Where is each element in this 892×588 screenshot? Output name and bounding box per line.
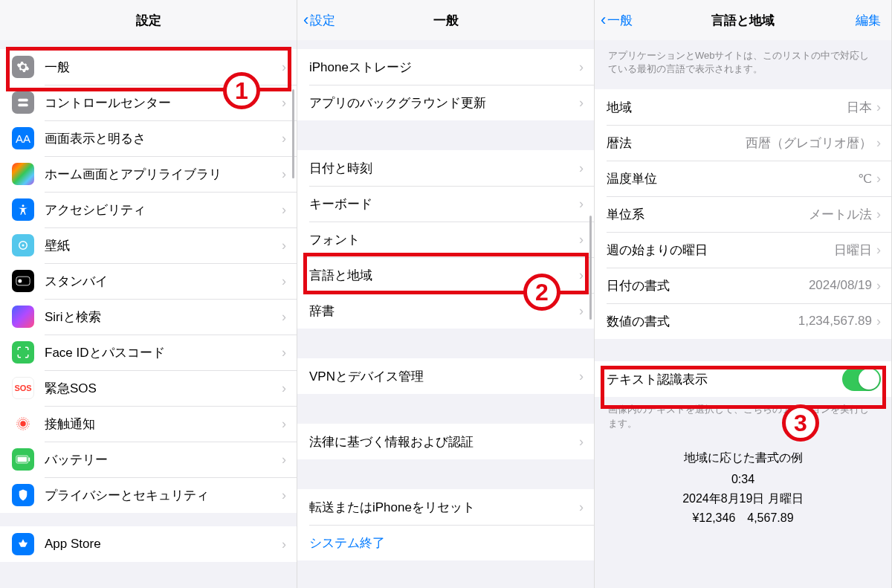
scroll-indicator[interactable] (589, 216, 592, 320)
row-accessibility[interactable]: アクセシビリティ › (0, 192, 297, 227)
row-control-center[interactable]: コントロールセンター › (0, 85, 297, 120)
row-display[interactable]: AA 画面表示と明るさ › (0, 120, 297, 156)
chevron-right-icon: › (579, 59, 584, 75)
edit-button[interactable]: 編集 (856, 12, 881, 29)
svg-rect-1 (18, 104, 28, 107)
row-label: 地域 (607, 99, 847, 116)
chevron-right-icon: › (282, 345, 286, 361)
chevron-right-icon: › (282, 167, 286, 182)
row-appstore[interactable]: App Store › (0, 526, 297, 562)
row-home[interactable]: ホーム画面とアプリライブラリ › (0, 156, 297, 192)
row-language-region[interactable]: 言語と地域 › (297, 257, 594, 293)
row-bg-refresh[interactable]: アプリのバックグラウンド更新 › (297, 85, 594, 120)
row-temperature[interactable]: 温度単位 ℃ › (595, 161, 891, 196)
row-firstday[interactable]: 週の始まりの曜日 日曜日 › (595, 232, 891, 268)
siri-icon (12, 306, 34, 328)
row-label: アクセシビリティ (45, 201, 282, 219)
chevron-right-icon: › (876, 314, 881, 329)
row-label: コントロールセンター (45, 94, 282, 112)
language-note: アプリケーションとWebサイトは、このリストの中で対応している最初の言語で表示さ… (595, 40, 891, 82)
row-label: Siriと検索 (45, 308, 282, 326)
row-dictionary[interactable]: 辞書 › (297, 293, 594, 329)
row-fonts[interactable]: フォント › (297, 222, 594, 257)
row-label: VPNとデバイス管理 (309, 368, 579, 385)
row-dateformat[interactable]: 日付の書式 2024/08/19 › (595, 268, 891, 303)
row-label: フォント (309, 231, 579, 248)
hand-icon (12, 484, 34, 506)
row-vpn[interactable]: VPNとデバイス管理 › (297, 358, 594, 394)
chevron-right-icon: › (282, 202, 286, 218)
row-label: 辞書 (309, 303, 579, 320)
row-sos[interactable]: SOS 緊急SOS › (0, 370, 297, 406)
row-faceid[interactable]: Face IDとパスコード › (0, 335, 297, 370)
chevron-right-icon: › (282, 95, 286, 111)
row-value: ℃ (858, 171, 872, 187)
back-button[interactable]: ‹ 設定 (303, 12, 335, 29)
battery-icon (12, 448, 34, 471)
row-numberformat[interactable]: 数値の書式 1,234,567.89 › (595, 303, 891, 339)
row-standby[interactable]: スタンバイ › (0, 263, 297, 299)
chevron-right-icon: › (282, 452, 286, 468)
row-general[interactable]: 一般 › (0, 49, 297, 85)
row-storage[interactable]: iPhoneストレージ › (297, 49, 594, 85)
row-label: 法律に基づく情報および認証 (309, 433, 579, 450)
row-transfer-reset[interactable]: 転送またはiPhoneをリセット › (297, 489, 594, 525)
chevron-right-icon: › (282, 381, 286, 396)
row-shutdown[interactable]: システム終了 (297, 525, 594, 560)
row-label: 日付と時刻 (309, 160, 579, 177)
chevron-right-icon: › (282, 131, 286, 146)
chevron-right-icon: › (579, 369, 584, 384)
row-legal[interactable]: 法律に基づく情報および認証 › (297, 424, 594, 459)
nav-title: 一般 (433, 12, 459, 29)
back-label: 設定 (310, 12, 335, 29)
row-label: プライバシーとセキュリティ (45, 487, 282, 504)
row-label: 日付の書式 (607, 277, 809, 294)
chevron-right-icon: › (282, 537, 286, 552)
back-label: 一般 (607, 12, 633, 29)
row-measurement[interactable]: 単位系 メートル法 › (595, 196, 891, 232)
chevron-right-icon: › (282, 59, 286, 75)
chevron-right-icon: › (579, 434, 584, 450)
chevron-right-icon: › (876, 171, 881, 187)
chevron-right-icon: › (579, 303, 584, 319)
row-siri[interactable]: Siriと検索 › (0, 299, 297, 335)
sos-icon: SOS (12, 377, 34, 399)
row-live-text[interactable]: テキスト認識表示 (595, 361, 891, 397)
nav-bar: ‹ 一般 言語と地域 編集 (595, 0, 891, 40)
example-number: ¥12,346 4,567.89 (607, 508, 879, 528)
row-label: 転送またはiPhoneをリセット (309, 499, 579, 516)
nav-title: 言語と地域 (711, 12, 775, 29)
panel-general: ‹ 設定 一般 iPhoneストレージ › アプリのバックグラウンド更新 › 日… (297, 0, 595, 588)
row-calendar[interactable]: 暦法 西暦（グレゴリオ暦） › (595, 125, 891, 161)
row-region[interactable]: 地域 日本 › (595, 89, 891, 125)
scroll-indicator[interactable] (292, 89, 294, 178)
row-value: 日本 (847, 99, 872, 116)
row-label: 画面表示と明るさ (45, 130, 282, 147)
live-text-toggle[interactable] (842, 367, 881, 391)
row-datetime[interactable]: 日付と時刻 › (297, 150, 594, 186)
chevron-right-icon: › (876, 100, 881, 115)
panel-language-region: ‹ 一般 言語と地域 編集 アプリケーションとWebサイトは、このリストの中で対… (595, 0, 892, 588)
panel-settings: 設定 一般 › コントロールセンター › AA 画面表示と明るさ › ホーム画面… (0, 0, 297, 588)
toggles-icon (12, 91, 34, 114)
chevron-left-icon: ‹ (601, 12, 606, 28)
row-keyboard[interactable]: キーボード › (297, 186, 594, 222)
svg-point-6 (18, 280, 22, 283)
chevron-right-icon: › (579, 500, 584, 515)
chevron-right-icon: › (282, 309, 286, 325)
row-label: 言語と地域 (309, 267, 579, 284)
row-wallpaper[interactable]: 壁紙 › (0, 227, 297, 263)
row-battery[interactable]: バッテリー › (0, 442, 297, 477)
row-label: Face IDとパスコード (45, 344, 282, 361)
row-privacy[interactable]: プライバシーとセキュリティ › (0, 477, 297, 513)
gear-icon (12, 56, 34, 78)
appstore-icon (12, 533, 34, 555)
row-label: ホーム画面とアプリライブラリ (45, 166, 282, 183)
back-button[interactable]: ‹ 一般 (601, 12, 633, 29)
row-exposure[interactable]: 接触通知 › (0, 406, 297, 442)
row-label: App Store (45, 537, 282, 552)
region-example: 地域に応じた書式の例 0:34 2024年8月19日 月曜日 ¥12,346 4… (595, 436, 891, 539)
chevron-right-icon: › (876, 207, 881, 222)
chevron-right-icon: › (579, 161, 584, 176)
svg-point-7 (20, 421, 26, 427)
